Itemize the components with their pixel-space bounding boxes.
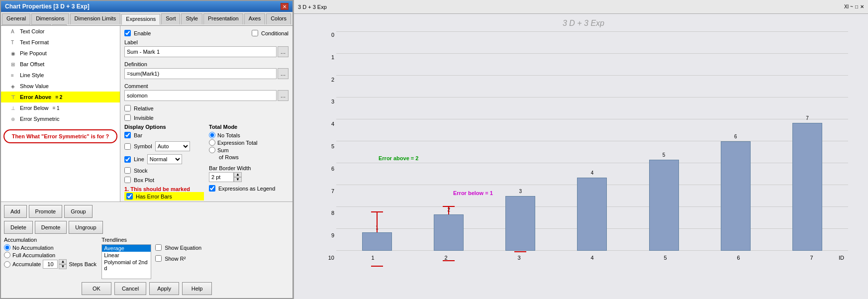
cancel-button[interactable]: Cancel — [114, 282, 146, 295]
conditional-label[interactable]: Conditional — [261, 30, 289, 36]
tab-presentation[interactable]: Presentation — [203, 13, 243, 24]
box-plot-label[interactable]: Box Plot — [134, 177, 154, 183]
relative-label[interactable]: Relative — [134, 105, 154, 111]
steps-down[interactable]: ▼ — [59, 264, 67, 269]
ok-button[interactable]: OK — [82, 282, 111, 295]
full-accumulation-radio[interactable] — [4, 252, 10, 258]
x-tick-3: 3 — [517, 255, 520, 261]
sidebar-item-pie-popout[interactable]: ◉ Pie Popout — [1, 48, 120, 59]
expressions-as-legend-checkbox[interactable] — [209, 185, 215, 192]
sidebar-item-error-below[interactable]: ⊥ Error Below = 1 — [1, 102, 120, 113]
bar-checkbox[interactable] — [124, 132, 131, 138]
y-tick-4: 4 — [331, 121, 334, 127]
invisible-checkbox[interactable] — [124, 114, 131, 121]
symbol-checkbox[interactable] — [124, 143, 131, 150]
expression-total-radio[interactable] — [209, 139, 215, 146]
sidebar-item-text-format[interactable]: T Text Format — [1, 37, 120, 48]
enable-label[interactable]: Enable — [134, 30, 151, 36]
sum-row: Sum — [209, 147, 289, 153]
error-above-value: = 2 — [55, 95, 62, 100]
accumulate-label[interactable]: Accumulate — [12, 261, 41, 267]
line-checkbox[interactable] — [124, 156, 131, 163]
show-equation-label[interactable]: Show Equation — [165, 245, 201, 251]
demote-button[interactable]: Demote — [35, 221, 67, 234]
accumulate-radio[interactable] — [4, 261, 10, 268]
bar-label[interactable]: Bar — [134, 132, 142, 138]
y-tick-9: 9 — [331, 232, 334, 238]
symbol-select[interactable]: Auto — [155, 141, 190, 151]
chart-control-close[interactable]: ✕ — [860, 4, 864, 9]
trendlines-title: Trendlines — [101, 237, 201, 243]
tab-sort[interactable]: Sort — [161, 13, 180, 24]
accumulation-title: Accumulation — [4, 237, 96, 243]
sidebar-item-error-above[interactable]: ⊤ Error Above = 2 — [1, 92, 120, 102]
chart-control-restore[interactable]: □ — [855, 4, 858, 9]
help-button[interactable]: Help — [182, 282, 212, 295]
invisible-label[interactable]: Invisible — [134, 115, 154, 121]
tab-axes[interactable]: Axes — [244, 13, 265, 24]
close-button[interactable]: ✕ — [281, 3, 289, 10]
expr-total-row: Expression Total — [209, 139, 289, 146]
relative-checkbox[interactable] — [124, 105, 131, 111]
label-input[interactable] — [124, 46, 277, 57]
box-plot-checkbox[interactable] — [124, 177, 131, 183]
sidebar-item-bar-offset[interactable]: ⊞ Bar Offset — [1, 59, 120, 70]
trendline-poly[interactable]: Polynomial of 2nd d — [102, 259, 151, 272]
no-accumulation-radio[interactable] — [4, 244, 10, 251]
tab-dimensions[interactable]: Dimensions — [31, 13, 69, 24]
trendline-linear[interactable]: Linear — [102, 252, 151, 259]
show-r2-label[interactable]: Show R² — [165, 256, 186, 262]
sidebar-list: A Text Color T Text Format ◉ Pie Popout … — [1, 26, 120, 201]
comment-ellipsis-btn[interactable]: … — [278, 90, 289, 101]
steps-up[interactable]: ▲ — [59, 259, 67, 264]
show-r2-checkbox[interactable] — [155, 255, 162, 262]
bar-group-4: 4 — [575, 178, 609, 251]
tab-style[interactable]: Style — [181, 13, 202, 24]
definition-ellipsis-btn[interactable]: … — [278, 68, 289, 79]
note-red-text: 1. This should be marked — [124, 186, 190, 192]
trendlines-list: Average Linear Polynomial of 2nd d — [101, 244, 151, 279]
steps-back-field[interactable] — [43, 260, 58, 269]
comment-input[interactable] — [124, 90, 277, 101]
group-button[interactable]: Group — [64, 205, 93, 218]
chart-control-xi[interactable]: XI ~ — [844, 4, 853, 9]
line-select[interactable]: Normal — [147, 154, 182, 164]
has-error-bars-label[interactable]: Has Error Bars — [136, 194, 172, 199]
stock-label[interactable]: Stock — [134, 168, 148, 174]
sidebar-item-error-symmetric[interactable]: ⊕ Error Symmetric — [1, 113, 120, 124]
label-ellipsis-btn[interactable]: … — [278, 46, 289, 57]
trendline-average[interactable]: Average — [102, 245, 151, 252]
bar-border-down[interactable]: ▼ — [234, 177, 242, 182]
full-accumulation-label[interactable]: Full Accumulation — [12, 252, 55, 258]
sidebar-item-line-style[interactable]: ≡ Line Style — [1, 70, 120, 81]
no-totals-radio[interactable] — [209, 132, 215, 138]
ungroup-button[interactable]: Ungroup — [69, 221, 102, 234]
stock-checkbox[interactable] — [124, 167, 131, 174]
no-totals-label[interactable]: No Totals — [217, 132, 240, 138]
line-label[interactable]: Line — [134, 156, 144, 162]
expressions-as-legend-label[interactable]: Expressions as Legend — [218, 186, 275, 192]
show-value-icon: ◈ — [11, 84, 18, 89]
symbol-label[interactable]: Symbol — [134, 143, 152, 149]
promote-button[interactable]: Promote — [29, 205, 63, 218]
expression-total-label[interactable]: Expression Total — [217, 140, 258, 146]
tab-general[interactable]: General — [2, 13, 30, 24]
sidebar-item-show-value[interactable]: ◈ Show Value — [1, 81, 120, 92]
bar-border-width-input[interactable] — [209, 172, 234, 182]
definition-input[interactable] — [124, 68, 277, 79]
conditional-checkbox[interactable] — [252, 30, 258, 36]
sum-label[interactable]: Sum — [217, 147, 229, 153]
delete-button[interactable]: Delete — [4, 221, 33, 234]
enable-checkbox[interactable] — [124, 30, 131, 36]
show-equation-checkbox[interactable] — [155, 244, 162, 251]
tab-colors[interactable]: Colors — [266, 13, 291, 24]
has-error-bars-checkbox[interactable] — [126, 193, 133, 199]
apply-button[interactable]: Apply — [149, 282, 179, 295]
tab-dimension-limits[interactable]: Dimension Limits — [70, 13, 121, 24]
add-button[interactable]: Add — [4, 205, 27, 218]
sidebar-item-text-color[interactable]: A Text Color — [1, 26, 120, 37]
bar-border-up[interactable]: ▲ — [234, 172, 242, 177]
tab-expressions[interactable]: Expressions — [121, 14, 160, 25]
no-accumulation-label[interactable]: No Accumulation — [12, 245, 54, 251]
sum-radio[interactable] — [209, 147, 215, 153]
